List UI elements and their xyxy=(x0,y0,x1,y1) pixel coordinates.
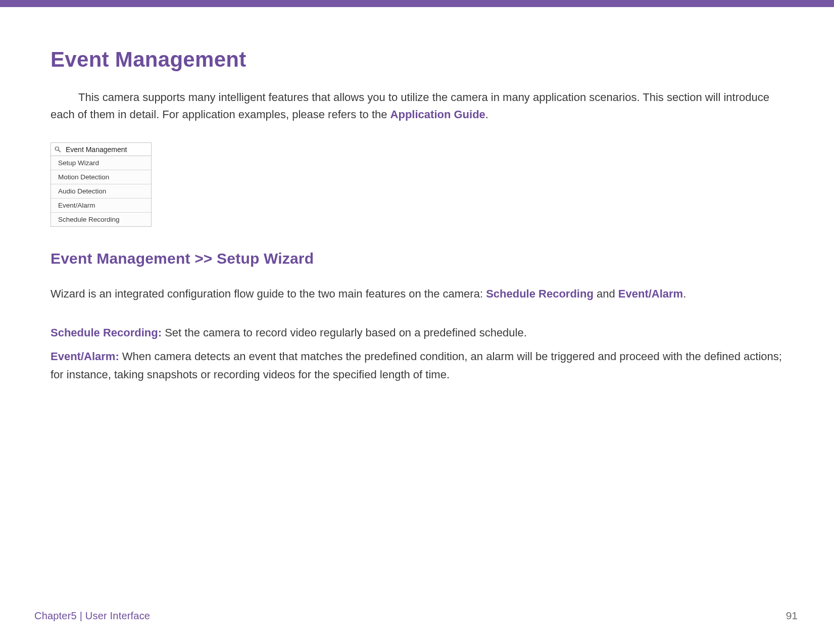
panel-header[interactable]: Event Management xyxy=(51,143,151,156)
panel-item-setup-wizard[interactable]: Setup Wizard xyxy=(51,156,151,170)
page-footer: Chapter5 | User Interface 91 xyxy=(0,610,834,622)
footer-chapter: Chapter5 | User Interface xyxy=(34,610,150,622)
panel-item-schedule-recording[interactable]: Schedule Recording xyxy=(51,213,151,226)
intro-paragraph: This camera supports many intelligent fe… xyxy=(51,89,783,123)
wizard-text-b: and xyxy=(594,287,618,300)
application-guide-link[interactable]: Application Guide xyxy=(390,108,485,121)
def-text-1: When camera detects an event that matche… xyxy=(51,350,782,380)
definition-schedule-recording: Schedule Recording: Set the camera to re… xyxy=(51,324,783,341)
footer-page-number: 91 xyxy=(786,610,798,622)
svg-line-1 xyxy=(58,150,60,152)
term-event-alarm: Event/Alarm: xyxy=(51,350,119,363)
event-management-panel: Event Management Setup Wizard Motion Det… xyxy=(51,142,152,227)
definition-event-alarm: Event/Alarm: When camera detects an even… xyxy=(51,348,783,383)
panel-header-label: Event Management xyxy=(66,145,127,154)
panel-item-audio-detection[interactable]: Audio Detection xyxy=(51,184,151,199)
wizard-text-c: . xyxy=(683,287,686,300)
page-title: Event Management xyxy=(51,47,783,72)
wizard-text-a: Wizard is an integrated configuration fl… xyxy=(51,287,486,300)
intro-text-b: . xyxy=(485,108,488,121)
wizard-paragraph: Wizard is an integrated configuration fl… xyxy=(51,285,783,303)
top-accent-bar xyxy=(0,0,834,7)
schedule-recording-link[interactable]: Schedule Recording xyxy=(486,287,594,300)
magnifier-icon xyxy=(54,146,62,153)
panel-item-motion-detection[interactable]: Motion Detection xyxy=(51,170,151,184)
section-title: Event Management >> Setup Wizard xyxy=(51,250,783,267)
panel-item-event-alarm[interactable]: Event/Alarm xyxy=(51,199,151,213)
term-schedule-recording: Schedule Recording: xyxy=(51,326,162,339)
page-body: Event Management This camera supports ma… xyxy=(0,7,834,383)
event-alarm-link[interactable]: Event/Alarm xyxy=(618,287,683,300)
def-text-0: Set the camera to record video regularly… xyxy=(162,326,527,339)
